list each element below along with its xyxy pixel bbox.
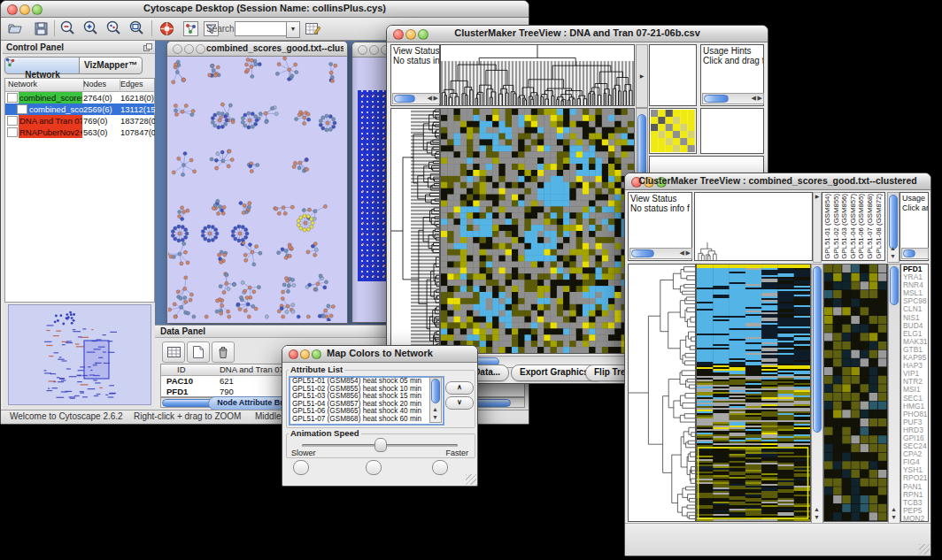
tv2-column-dendrogram[interactable] [694, 192, 813, 261]
tv2-hints-scrollbar[interactable] [901, 248, 929, 259]
tv2-zoom-vscrollbar[interactable]: ▲▼ [888, 264, 900, 524]
tv1-status-scrollbar[interactable]: ◀▶ [392, 93, 440, 104]
tv2-heatmap[interactable] [696, 264, 811, 522]
move-up-button[interactable]: ∧ [445, 381, 474, 395]
move-down-button[interactable]: ∨ [445, 396, 474, 410]
zoom-selected-icon[interactable] [104, 19, 123, 37]
status-welcome: Welcome to Cytoscape 2.6.2 [10, 411, 123, 421]
status-middle-hint: Middle- [255, 411, 284, 421]
dialog-button[interactable] [432, 460, 448, 475]
slower-label: Slower [291, 449, 316, 457]
treeview2-titlebar[interactable]: ClusterMaker TreeView : combined_scores_… [625, 173, 930, 190]
network-tree-table: Network Nodes Edges combined_scores 2764… [4, 78, 155, 303]
toolbar-separator [151, 20, 152, 36]
network-file-icon [7, 93, 18, 103]
network-window-titlebar[interactable]: combined_scores_good.txt--cluste... [167, 42, 347, 57]
treeview1-titlebar[interactable]: ClusterMaker TreeView : DNA and Tran 07-… [387, 26, 768, 42]
resize-grip[interactable] [919, 544, 930, 555]
desktop: Cytoscape Desktop (Session Name: collins… [0, 0, 942, 560]
experiment-column-label[interactable]: GPL51-03 (GSM856) [840, 194, 849, 259]
help-icon[interactable] [157, 19, 176, 37]
dialog-button[interactable] [293, 460, 309, 475]
minimize-icon[interactable] [184, 44, 194, 54]
float-panel-icon[interactable] [143, 43, 152, 51]
network-nodes-count: 2764(0) [83, 92, 112, 104]
tv1-column-dendrogram[interactable] [440, 44, 635, 106]
open-icon[interactable] [6, 19, 26, 37]
network-tree-row[interactable]: combined_sco 2569(6) 13112(15) [5, 104, 154, 115]
experiment-column-label[interactable]: GPL51-04 (GSM857) [849, 194, 858, 259]
network-name: combined_sco [28, 104, 84, 115]
attribute-list-item[interactable]: GPL51-07 (GSM868) heat shock 60 min [290, 416, 443, 424]
zoom-out-icon[interactable] [58, 19, 77, 37]
tv2-row-dendrogram[interactable] [628, 264, 696, 522]
birdseye-canvas [9, 305, 151, 404]
network-name: RNAPuberNov2+| [19, 127, 82, 138]
network-nodes-count: 769(0) [83, 115, 107, 127]
resize-grip[interactable] [466, 474, 476, 485]
experiment-column-label[interactable]: GPL51-06 (GSM865) [857, 194, 866, 259]
control-panel: Control Panel Network VizMapper™ ▶ Netwo… [3, 41, 156, 410]
network-file-icon [7, 127, 18, 137]
experiment-column-label[interactable]: GPL51-01 (GSM854) [823, 194, 832, 259]
zoom-icon[interactable] [196, 44, 205, 54]
tv2-status-scrollbar[interactable]: ◀▶ [629, 248, 692, 259]
toolbar-separator [54, 20, 55, 36]
attribute-select-icon[interactable] [162, 341, 185, 363]
table-edit-icon[interactable] [304, 19, 323, 37]
network-nodes-count: 2569(6) [83, 104, 112, 115]
animation-speed-slider-thumb[interactable] [374, 438, 387, 452]
save-icon[interactable] [31, 19, 50, 37]
tv1-hints-scrollbar[interactable]: ◀▶ [702, 93, 764, 104]
tv1-usage-hints-panel: Usage HintsClick and drag tc ◀▶ [700, 44, 764, 106]
main-titlebar[interactable]: Cytoscape Desktop (Session Name: collins… [1, 1, 529, 18]
experiment-column-label[interactable]: GPL51-07 (GSM868) [866, 194, 875, 259]
tv2-labels-vscrollbar[interactable]: ▲▼ [887, 192, 900, 263]
experiment-column-label[interactable]: GPL51-02 (GSM855) [832, 194, 841, 259]
network-tree-row[interactable]: DNA and Tran 07 769(0) 183728(0) [5, 115, 154, 127]
vizmapper-icon[interactable] [181, 19, 200, 37]
dialog-titlebar[interactable]: Map Colors to Network [282, 346, 477, 363]
attribute-list-scrollbar[interactable]: ▲▼ [429, 377, 442, 423]
network-tree-row[interactable]: RNAPuberNov2+| 563(0) 107847(0) [5, 127, 154, 138]
tab-vizmapper[interactable]: VizMapper™ [79, 57, 143, 74]
tv2-usage-hints-panel: Usage HiClick and [900, 192, 929, 261]
network-window-title: combined_scores_good.txt--cluste... [206, 43, 344, 53]
network-tree-row[interactable]: combined_scores 2764(0) 16218(0) [5, 92, 154, 104]
tv1-heatmap[interactable] [440, 108, 635, 354]
search-label: Search: [206, 24, 236, 34]
attribute-list[interactable]: GPL51-01 (GSM854) heat shock 05 minGPL51… [289, 376, 444, 426]
gene-label[interactable]: MON2 [903, 515, 926, 523]
control-panel-header: Control Panel [3, 41, 155, 54]
tv1-column-splitter[interactable]: ▶ [636, 44, 648, 108]
network-table-header[interactable]: Network Nodes Edges [5, 79, 154, 92]
new-attribute-icon[interactable] [187, 341, 210, 363]
tv2-zoom-panel[interactable] [823, 264, 888, 522]
treeview2-title: ClusterMaker TreeView : combined_scores_… [625, 175, 930, 186]
network-nodes-count: 563(0) [83, 127, 107, 138]
network-file-icon [17, 104, 27, 114]
tv2-heatmap-vscrollbar[interactable]: ▲▼ [811, 264, 823, 524]
zoom-fit-icon[interactable] [127, 19, 146, 37]
dialog-title: Map Colors to Network [282, 348, 477, 358]
faster-label: Faster [445, 449, 468, 457]
zoom-in-icon[interactable] [81, 19, 100, 37]
network-canvas[interactable] [168, 57, 345, 321]
tv2-column-splitter[interactable]: ▶ [813, 192, 822, 263]
search-dropdown-button[interactable]: ▼ [286, 21, 300, 38]
map-colors-dialog: Map Colors to Network Attribute List GPL… [282, 345, 478, 487]
dialog-button[interactable] [366, 460, 382, 475]
network-window-clustered[interactable]: combined_scores_good.txt--cluste... [166, 41, 348, 324]
tv2-button-bar: Settings...Save Data...Export Graphics..… [625, 523, 930, 556]
experiment-column-label[interactable]: GPL51-08 (GSM872) [875, 194, 884, 259]
search-input[interactable] [235, 21, 288, 36]
treeview1-title: ClusterMaker TreeView : DNA and Tran 07-… [387, 27, 768, 38]
treeview2-body: View StatusNo status info f ◀▶ ▶ GPL51-0… [625, 190, 930, 556]
tv1-similarity-matrix[interactable] [649, 108, 697, 154]
close-icon[interactable] [173, 44, 182, 54]
delete-attribute-icon[interactable] [212, 341, 235, 363]
tv1-row-dendrogram[interactable] [390, 108, 440, 354]
tab-network[interactable]: Network [4, 57, 81, 74]
birdseye-view[interactable] [8, 304, 151, 405]
status-zoom-hint: Right-click + drag to ZOOM [134, 411, 241, 421]
